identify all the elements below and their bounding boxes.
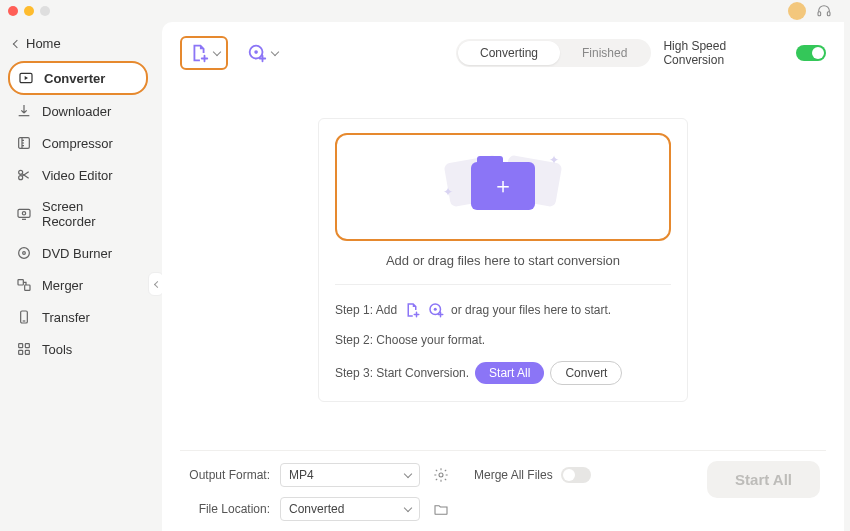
step1-prefix: Step 1: Add — [335, 303, 397, 317]
add-file-icon — [188, 42, 210, 64]
hsc-label: High Speed Conversion — [663, 39, 788, 67]
home-back-button[interactable]: Home — [8, 28, 148, 61]
merger-icon — [16, 277, 32, 293]
tab-converting[interactable]: Converting — [458, 41, 560, 65]
sidebar-item-label: DVD Burner — [42, 246, 112, 261]
add-file-button[interactable] — [180, 36, 228, 70]
window-maximize-button[interactable] — [40, 6, 50, 16]
sidebar-item-label: Tools — [42, 342, 72, 357]
chevron-left-icon — [153, 280, 160, 287]
add-dvd-icon — [246, 42, 268, 64]
transfer-icon — [16, 309, 32, 325]
merge-toggle[interactable] — [561, 467, 591, 483]
steps: Step 1: Add or drag your files here to s… — [335, 284, 671, 385]
svg-rect-13 — [19, 344, 23, 348]
step-3: Step 3: Start Conversion. Start All Conv… — [335, 361, 671, 385]
user-avatar[interactable] — [788, 2, 806, 20]
sidebar-item-label: Video Editor — [42, 168, 113, 183]
sidebar-item-label: Converter — [44, 71, 105, 86]
svg-point-9 — [23, 252, 26, 255]
output-format-value: MP4 — [289, 468, 314, 482]
sidebar-item-merger[interactable]: Merger — [8, 269, 148, 301]
chevron-down-icon — [404, 469, 412, 477]
chevron-down-icon — [404, 503, 412, 511]
window-minimize-button[interactable] — [24, 6, 34, 16]
tools-icon — [16, 341, 32, 357]
start-all-pill[interactable]: Start All — [475, 362, 544, 384]
step-1: Step 1: Add or drag your files here to s… — [335, 301, 671, 319]
sidebar-item-dvd-burner[interactable]: DVD Burner — [8, 237, 148, 269]
svg-rect-14 — [25, 344, 29, 348]
output-format-label: Output Format: — [180, 468, 270, 482]
dropzone-hint: Add or drag files here to start conversi… — [335, 253, 671, 268]
sidebar-item-label: Merger — [42, 278, 83, 293]
main-panel: Converting Finished High Speed Conversio… — [162, 22, 844, 531]
svg-point-20 — [434, 308, 437, 311]
headset-icon[interactable] — [816, 3, 832, 19]
plus-icon: ＋ — [492, 175, 514, 197]
sidebar-item-tools[interactable]: Tools — [8, 333, 148, 365]
svg-rect-0 — [818, 12, 821, 16]
svg-point-8 — [19, 248, 30, 259]
step1-suffix: or drag your files here to start. — [451, 303, 611, 317]
start-all-button[interactable]: Start All — [707, 461, 820, 498]
svg-rect-6 — [18, 209, 30, 217]
tab-finished[interactable]: Finished — [560, 41, 649, 65]
svg-point-7 — [22, 212, 25, 215]
sidebar-item-converter[interactable]: Converter — [8, 61, 148, 95]
sidebar-item-label: Transfer — [42, 310, 90, 325]
sidebar-item-label: Downloader — [42, 104, 111, 119]
open-folder-button[interactable] — [430, 498, 452, 520]
svg-rect-1 — [827, 12, 830, 16]
sidebar: Home Converter Downloader Compressor Vid… — [0, 22, 156, 531]
svg-rect-11 — [25, 285, 30, 290]
svg-rect-10 — [18, 280, 23, 285]
compressor-icon — [16, 135, 32, 151]
sidebar-item-label: Compressor — [42, 136, 113, 151]
file-location-select[interactable]: Converted — [280, 497, 420, 521]
chevron-left-icon — [13, 39, 21, 47]
add-dvd-icon[interactable] — [427, 301, 445, 319]
dropzone[interactable]: ✦ ✦ ＋ Add or drag files here to start co… — [318, 118, 688, 402]
footer: Output Format: MP4 Merge All Files File … — [180, 450, 826, 521]
add-dvd-button[interactable] — [240, 38, 284, 68]
file-location-value: Converted — [289, 502, 344, 516]
window-close-button[interactable] — [8, 6, 18, 16]
file-location-label: File Location: — [180, 502, 270, 516]
dvd-burner-icon — [16, 245, 32, 261]
dropzone-upper[interactable]: ✦ ✦ ＋ — [335, 133, 671, 241]
sidebar-item-screen-recorder[interactable]: Screen Recorder — [8, 191, 148, 237]
video-editor-icon — [16, 167, 32, 183]
window-titlebar — [0, 0, 850, 22]
toolbar: Converting Finished High Speed Conversio… — [180, 36, 826, 70]
chevron-down-icon — [213, 47, 221, 55]
screen-recorder-icon — [16, 206, 32, 222]
sidebar-item-video-editor[interactable]: Video Editor — [8, 159, 148, 191]
svg-point-21 — [439, 473, 443, 477]
sidebar-item-downloader[interactable]: Downloader — [8, 95, 148, 127]
merge-all-files: Merge All Files — [474, 467, 591, 483]
sidebar-item-transfer[interactable]: Transfer — [8, 301, 148, 333]
chevron-down-icon — [271, 47, 279, 55]
home-label: Home — [26, 36, 61, 51]
add-folder-graphic: ✦ ✦ ＋ — [443, 151, 563, 221]
high-speed-conversion: High Speed Conversion — [663, 39, 826, 67]
convert-pill[interactable]: Convert — [550, 361, 622, 385]
step-2: Step 2: Choose your format. — [335, 333, 671, 347]
hsc-toggle[interactable] — [796, 45, 826, 61]
svg-rect-16 — [25, 350, 29, 354]
status-tabs: Converting Finished — [456, 39, 651, 67]
converter-icon — [18, 70, 34, 86]
add-file-icon[interactable] — [403, 301, 421, 319]
step3-prefix: Step 3: Start Conversion. — [335, 366, 469, 380]
sidebar-item-compressor[interactable]: Compressor — [8, 127, 148, 159]
svg-rect-15 — [19, 350, 23, 354]
output-settings-button[interactable] — [430, 464, 452, 486]
merge-label: Merge All Files — [474, 468, 553, 482]
output-format-select[interactable]: MP4 — [280, 463, 420, 487]
svg-point-18 — [254, 50, 258, 54]
sidebar-item-label: Screen Recorder — [42, 199, 140, 229]
downloader-icon — [16, 103, 32, 119]
